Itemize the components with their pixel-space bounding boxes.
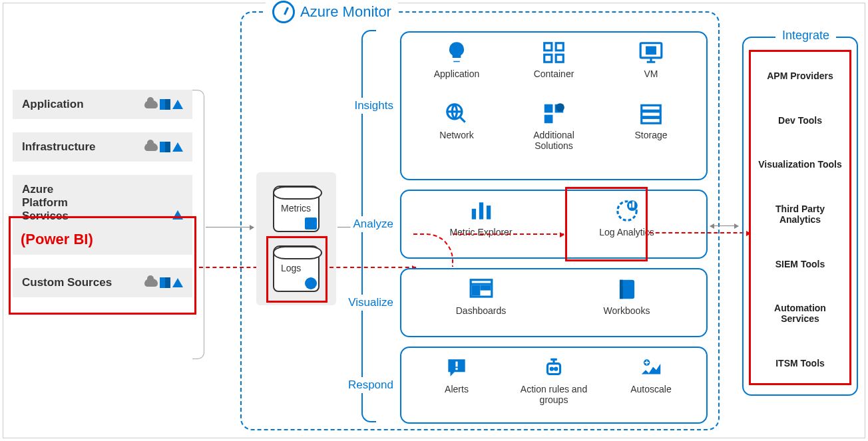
arrow-analyze-to-integrate <box>710 225 738 226</box>
analytics-badge-icon <box>305 277 317 289</box>
item-label: Autoscale <box>630 384 671 394</box>
item-label: Additional Solutions <box>514 130 594 151</box>
storage-box: Metrics Logs <box>256 172 336 305</box>
source-bracket <box>192 90 204 359</box>
svg-point-29 <box>555 368 557 370</box>
apps-icon <box>541 100 567 127</box>
integrate-itsm: ITSM Tools <box>752 355 849 371</box>
azure-icon <box>172 100 183 109</box>
container-icon <box>541 39 567 66</box>
title-text: Azure Monitor <box>300 3 391 21</box>
azure-icon <box>172 278 183 287</box>
diagram-frame: Application Infrastructure Azure Platfor… <box>3 3 865 438</box>
insights-container: Container <box>514 39 594 79</box>
source-label: Custom Sources <box>22 276 112 289</box>
insights-storage: Storage <box>611 100 691 140</box>
insights-solutions: Additional Solutions <box>514 100 594 151</box>
source-infrastructure: Infrastructure <box>13 132 192 162</box>
svg-rect-16 <box>486 206 490 220</box>
source-label: Azure Platform Services <box>22 183 69 223</box>
integrate-thirdparty: Third Party Analytics <box>752 201 849 227</box>
svg-point-10 <box>556 103 564 112</box>
svg-rect-19 <box>629 204 631 208</box>
item-label: Network <box>439 130 473 140</box>
item-label: Application <box>434 69 480 79</box>
azure-monitor-title: Azure Monitor <box>266 1 398 23</box>
respond-alerts: Alerts <box>417 355 497 394</box>
integrate-list: APM Providers Dev Tools Visualization To… <box>752 54 849 385</box>
robot-icon <box>541 355 567 381</box>
sources-column: Application Infrastructure Azure Platfor… <box>13 90 192 311</box>
respond-autoscale: Autoscale <box>611 355 691 394</box>
svg-rect-15 <box>479 202 483 219</box>
svg-rect-13 <box>642 118 661 123</box>
metrics-label: Metrics <box>281 203 311 214</box>
source-label: Infrastructure <box>22 140 96 154</box>
source-label: Application <box>22 98 84 111</box>
item-label: Container <box>534 69 574 79</box>
building-icon <box>160 142 170 152</box>
building-icon <box>160 277 170 288</box>
svg-rect-14 <box>471 209 475 220</box>
azure-icon <box>172 210 183 220</box>
svg-rect-24 <box>619 280 622 299</box>
alert-icon <box>443 355 470 381</box>
svg-rect-1 <box>556 43 563 51</box>
integrate-dev: Dev Tools <box>752 112 849 128</box>
powerbi-annotation: (Power BI) <box>21 231 93 248</box>
svg-rect-26 <box>455 368 457 370</box>
panel-label: Visualize <box>345 295 396 311</box>
cloud-icon <box>144 143 158 151</box>
log-analytics-icon <box>614 198 640 224</box>
svg-rect-12 <box>642 112 661 117</box>
monitor-icon <box>638 39 664 66</box>
visualize-dashboards: Dashboards <box>441 276 521 316</box>
panel-label: Insights <box>351 98 396 114</box>
svg-rect-11 <box>642 105 661 110</box>
insights-vm: VM <box>611 39 691 79</box>
building-icon <box>160 99 170 110</box>
item-label: Alerts <box>445 384 469 394</box>
cloud-icon <box>144 100 158 108</box>
logs-db: Logs <box>273 245 320 292</box>
integrate-viz: Visualization Tools <box>752 156 849 172</box>
svg-point-28 <box>550 368 552 370</box>
panel-label: Respond <box>345 377 396 393</box>
svg-point-18 <box>627 200 638 211</box>
workbook-icon <box>614 276 640 303</box>
integrate-automation: Automation Services <box>752 300 849 327</box>
source-custom: Custom Sources <box>13 268 192 297</box>
source-icons <box>144 142 183 152</box>
item-label: Action rules and groups <box>514 384 594 405</box>
integrate-title: Integrate <box>775 29 836 43</box>
svg-rect-7 <box>544 104 553 113</box>
autoscale-icon <box>638 355 664 381</box>
svg-rect-20 <box>632 202 634 208</box>
arrow-loganalytics-to-integrate <box>649 232 750 233</box>
insights-network: Network <box>417 100 497 140</box>
metrics-db: Metrics <box>273 186 320 232</box>
cloud-icon <box>144 279 158 287</box>
gauge-icon <box>272 1 295 23</box>
visualize-workbooks: Workbooks <box>587 276 667 316</box>
source-icons <box>172 210 183 220</box>
dashboard-icon <box>468 276 495 303</box>
svg-rect-25 <box>455 362 457 367</box>
item-label: Storage <box>634 130 667 140</box>
svg-rect-0 <box>544 43 552 51</box>
globe-search-icon <box>443 100 470 127</box>
respond-action-rules: Action rules and groups <box>514 355 594 405</box>
item-label: Workbooks <box>604 305 650 316</box>
svg-rect-22 <box>473 286 479 295</box>
bar-chart-icon <box>468 198 495 224</box>
item-label: Log Analytics <box>599 227 654 237</box>
source-azure-platform: Azure Platform Services (Power BI) <box>13 175 192 255</box>
lightbulb-icon <box>443 39 470 66</box>
insights-panel: Insights Application Container VM Networ… <box>400 31 708 180</box>
insights-application: Application <box>417 39 497 79</box>
svg-rect-9 <box>544 115 553 124</box>
svg-rect-5 <box>647 47 656 54</box>
svg-rect-3 <box>556 55 563 62</box>
storage-icon <box>638 100 664 127</box>
source-icons <box>144 277 183 288</box>
